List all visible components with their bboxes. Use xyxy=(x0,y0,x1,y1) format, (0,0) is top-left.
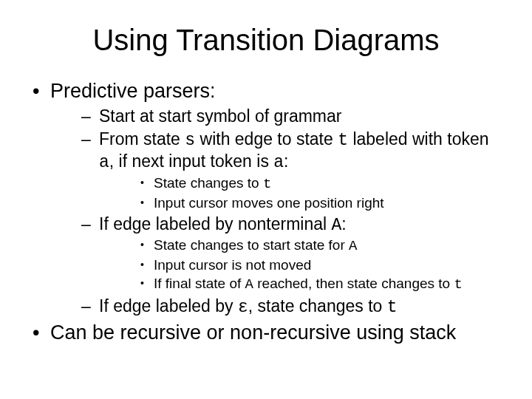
text: , state changes to xyxy=(248,296,387,316)
slide-title: Using Transition Diagrams xyxy=(30,24,502,57)
bullet-start-symbol: Start at start symbol of grammar xyxy=(77,106,502,127)
code-A: A xyxy=(349,238,357,254)
bullet-text: Predictive parsers: xyxy=(50,80,216,102)
code-a: a xyxy=(273,153,284,172)
bullet-from-state: From state s with edge to state t labele… xyxy=(77,129,502,212)
text: , if next input token is xyxy=(109,151,273,171)
text: From state xyxy=(99,129,185,149)
subsublist: State changes to start state for A Input… xyxy=(134,236,502,293)
code-a: a xyxy=(99,153,109,172)
bullet-recursive: Can be recursive or non-recursive using … xyxy=(30,321,502,346)
code-A: A xyxy=(245,276,253,293)
code-t: t xyxy=(454,276,462,293)
bullet-edge-epsilon: If edge labeled by ε, state changes to t xyxy=(77,296,502,318)
text: labeled with token xyxy=(348,129,489,149)
text: If final state of xyxy=(154,276,245,291)
bullet-edge-nonterminal: If edge labeled by nonterminal A: State … xyxy=(77,214,502,294)
bullet-cursor-not-moved: Input cursor is not moved xyxy=(134,256,502,274)
code-t: t xyxy=(263,176,271,192)
bullet-text: Start at start symbol of grammar xyxy=(99,106,341,126)
bullet-state-start-A: State changes to start state for A xyxy=(134,236,502,256)
text: If edge labeled by xyxy=(99,296,238,316)
bullet-list: Predictive parsers: Start at start symbo… xyxy=(30,79,502,346)
text: Input cursor moves one position right xyxy=(154,195,384,211)
code-t: t xyxy=(338,131,348,150)
text: reached, then state changes to xyxy=(253,276,454,291)
bullet-cursor-moves-right: Input cursor moves one position right xyxy=(134,194,502,212)
code-A: A xyxy=(332,216,342,235)
slide: Using Transition Diagrams Predictive par… xyxy=(0,0,532,399)
text: : xyxy=(341,214,346,233)
bullet-final-state-A: If final state of A reached, then state … xyxy=(134,275,502,294)
code-t: t xyxy=(387,298,398,317)
text: State changes to start state for xyxy=(154,237,349,253)
sublist: Start at start symbol of grammar From st… xyxy=(77,106,502,318)
text: Input cursor is not moved xyxy=(154,257,311,273)
text: If edge labeled by nonterminal xyxy=(99,214,332,233)
code-epsilon: ε xyxy=(238,298,248,317)
text: with edge to state xyxy=(195,129,338,149)
code-s: s xyxy=(185,131,195,150)
bullet-state-changes-t: State changes to t xyxy=(134,174,502,194)
text: : xyxy=(284,151,288,171)
text: State changes to xyxy=(154,175,263,191)
bullet-predictive-parsers: Predictive parsers: Start at start symbo… xyxy=(30,79,502,318)
subsublist: State changes to t Input cursor moves on… xyxy=(134,174,502,212)
bullet-text: Can be recursive or non-recursive using … xyxy=(50,321,456,344)
